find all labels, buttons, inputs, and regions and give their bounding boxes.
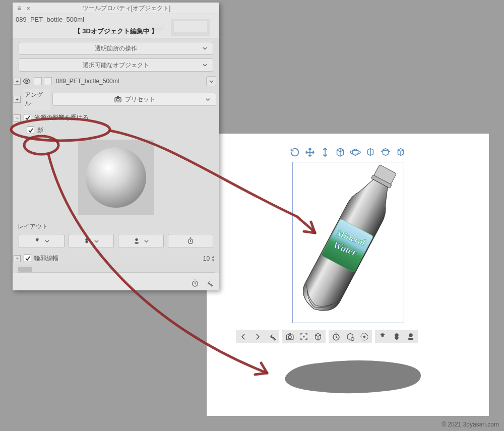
cube-orbit-icon[interactable] [350, 147, 361, 158]
outline-label: 輪郭線幅 [34, 254, 58, 263]
layout-shadow-button[interactable] [118, 234, 164, 248]
wrench-icon[interactable] [205, 279, 213, 287]
visibility-icon[interactable] [23, 77, 32, 85]
svg-point-22 [135, 238, 138, 241]
expand-icon[interactable]: + [14, 96, 21, 103]
outline-value[interactable]: 10 [203, 255, 210, 262]
orbit-dotted-icon[interactable] [360, 332, 369, 341]
chevron-down-icon [202, 63, 208, 68]
light-affect-checkbox[interactable] [24, 114, 31, 121]
wrench-icon[interactable] [267, 332, 276, 341]
object-item-label: 089_PET_bottle_500ml [56, 78, 204, 85]
light-affect-label: 光源の影響を受ける [34, 113, 89, 122]
material-c-icon[interactable] [406, 332, 415, 341]
svg-point-17 [26, 80, 28, 82]
cube-rotate-icon[interactable] [335, 147, 346, 158]
rotate-icon[interactable] [289, 147, 300, 158]
svg-point-7 [288, 336, 291, 339]
object-toolbar [289, 147, 406, 158]
svg-point-0 [350, 150, 360, 154]
shadow-label: 影 [37, 126, 43, 135]
angle-preset-row: + アングル プリセット [14, 89, 216, 110]
layout-ground-button[interactable] [19, 234, 65, 248]
move-icon[interactable] [304, 147, 316, 158]
svg-point-21 [86, 238, 88, 241]
edit-banner: 【 3Dオブジェクト編集中 】 [13, 25, 219, 38]
light-preview[interactable] [78, 140, 154, 215]
outline-checkbox[interactable] [24, 255, 31, 262]
copyright-label: © 2021 3dyasan.com [442, 421, 499, 428]
panel-title: ツールプロパティ[オブジェクト] [37, 4, 216, 13]
timer-icon[interactable] [332, 332, 341, 341]
svg-point-19 [116, 98, 119, 101]
panel-header: 089_PET_bottle_500ml 【 3Dオブジェクト編集中 】 [13, 14, 219, 38]
viewport-toolbar [236, 330, 418, 343]
layout-timer-button[interactable] [168, 234, 214, 248]
expand-icon[interactable]: + [14, 78, 21, 85]
svg-point-12 [395, 333, 399, 337]
svg-point-9 [351, 338, 354, 341]
expand-icon[interactable]: + [14, 255, 21, 262]
chevron-down-icon [202, 46, 208, 51]
cube-scale-icon[interactable] [380, 147, 391, 158]
panel-footer [13, 276, 219, 290]
outline-slider[interactable] [17, 266, 215, 273]
cube-move-icon[interactable] [365, 147, 376, 158]
clock-icon[interactable] [191, 279, 199, 287]
svg-point-13 [409, 333, 413, 337]
chevron-down-icon [144, 238, 149, 244]
close-icon[interactable]: × [25, 5, 32, 12]
selectable-objects-select[interactable]: 選択可能なオブジェクト [19, 58, 213, 72]
collapse-icon[interactable]: − [14, 114, 21, 121]
prev-icon[interactable] [239, 332, 248, 341]
selection-bounds[interactable]: Mineral Water [292, 162, 404, 323]
transparent-ops-label: 透明箇所の操作 [95, 44, 137, 53]
outline-width-row: + 輪郭線幅 10 ▲▼ [13, 252, 219, 265]
shadow-blob [270, 350, 426, 397]
material-b-icon[interactable] [392, 332, 401, 341]
layout-buttons [13, 232, 219, 252]
layout-stand-button[interactable] [69, 234, 114, 248]
svg-point-14 [408, 338, 414, 340]
panel-titlebar[interactable]: ≡ × ツールプロパティ[オブジェクト] [13, 3, 219, 14]
preset-label: プリセット [125, 95, 155, 104]
transparent-ops-select[interactable]: 透明箇所の操作 [19, 42, 213, 55]
layout-section-label: レイアウト [13, 219, 219, 232]
chevron-down-icon [44, 238, 50, 244]
move-vertical-icon[interactable] [320, 147, 331, 158]
viewport-canvas[interactable]: Mineral Water [207, 134, 489, 416]
lock-box[interactable] [34, 77, 42, 85]
object-tree-row[interactable]: + 089_PET_bottle_500ml [13, 75, 219, 87]
cube-reset-icon[interactable] [395, 147, 406, 158]
bottle-object[interactable]: Mineral Water [293, 162, 405, 324]
shadow-row: 影 [26, 124, 219, 137]
select-box[interactable] [44, 77, 52, 85]
shadow-checkbox[interactable] [27, 127, 34, 134]
camera-icon [114, 95, 122, 103]
next-icon[interactable] [253, 332, 262, 341]
chevron-down-icon [94, 238, 99, 244]
svg-point-11 [363, 336, 366, 338]
light-affect-row: − 光源の影響を受ける [13, 111, 219, 124]
focus-icon[interactable] [299, 332, 308, 341]
menu-icon[interactable]: ≡ [16, 5, 23, 12]
preset-select[interactable]: プリセット [52, 93, 216, 106]
material-a-icon[interactable] [378, 332, 387, 341]
slider-thumb[interactable] [18, 267, 32, 272]
chevron-down-icon[interactable] [206, 76, 216, 86]
cube-timer-icon[interactable] [346, 332, 355, 341]
svg-point-23 [135, 242, 139, 243]
cube-tool-icon[interactable] [313, 332, 323, 341]
camera-icon[interactable] [285, 332, 294, 341]
angle-label: アングル [23, 89, 50, 110]
chevron-down-icon [205, 97, 211, 102]
svg-point-20 [86, 147, 146, 208]
selectable-objects-label: 選択可能なオブジェクト [83, 61, 149, 70]
tool-property-panel: ≡ × ツールプロパティ[オブジェクト] 089_PET_bottle_500m… [13, 3, 219, 290]
spinner-icon[interactable]: ▲▼ [211, 255, 215, 262]
